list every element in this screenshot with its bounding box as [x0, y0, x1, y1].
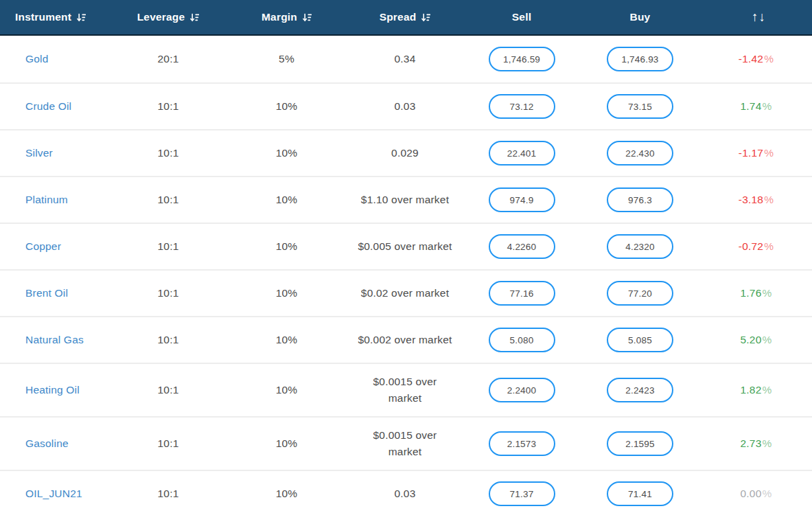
buy-button[interactable]: 976.3 — [607, 187, 673, 212]
instrument-link[interactable]: Silver — [25, 147, 53, 159]
table-row: Gasoline 10:1 10% $0.0015 over market 2.… — [0, 416, 812, 470]
buy-cell: 77.20 — [580, 281, 700, 306]
instrument-link[interactable]: Brent Oil — [25, 287, 68, 299]
buy-button[interactable]: 1,746.93 — [607, 47, 673, 71]
sort-icon — [303, 13, 312, 22]
change-percent-sign: % — [764, 53, 774, 65]
instrument-link[interactable]: Crude Oil — [25, 100, 71, 113]
leverage-cell: 10:1 — [110, 194, 227, 206]
column-header-buy: Buy — [580, 0, 700, 34]
sell-button[interactable]: 22.401 — [489, 141, 555, 166]
sell-button[interactable]: 1,746.59 — [489, 47, 555, 71]
change-percent-sign: % — [762, 334, 772, 346]
buy-cell: 1,746.93 — [580, 47, 700, 71]
spread-value: 0.03 — [395, 98, 416, 115]
change-cell: 0.00 % — [700, 488, 812, 500]
buy-button[interactable]: 5.085 — [607, 328, 673, 352]
leverage-cell: 10:1 — [110, 334, 227, 346]
sell-button[interactable]: 2.2400 — [489, 378, 555, 402]
buy-cell: 22.430 — [580, 141, 700, 166]
spread-cell: 0.03 — [347, 98, 463, 115]
buy-button[interactable]: 77.20 — [607, 281, 673, 306]
change-value: 0.00 — [741, 488, 762, 500]
leverage-cell: 10:1 — [110, 147, 227, 159]
buy-button[interactable]: 2.1595 — [607, 431, 673, 456]
leverage-cell: 10:1 — [110, 384, 227, 396]
sell-cell: 2.2400 — [463, 378, 580, 402]
instrument-cell: Natural Gas — [0, 334, 110, 346]
change-cell: -1.17 % — [700, 147, 812, 159]
margin-cell: 10% — [227, 384, 347, 396]
margin-cell: 10% — [227, 488, 347, 500]
change-percent-sign: % — [762, 437, 772, 450]
instrument-cell: Heating Oil — [0, 384, 110, 396]
sell-button[interactable]: 71.37 — [489, 481, 555, 506]
sell-button[interactable]: 2.1573 — [489, 431, 555, 456]
margin-cell: 10% — [227, 437, 347, 450]
buy-button[interactable]: 22.430 — [607, 141, 673, 166]
buy-button[interactable]: 71.41 — [607, 481, 673, 506]
instrument-link[interactable]: Copper — [25, 240, 61, 253]
instrument-link[interactable]: OIL_JUN21 — [25, 488, 82, 500]
change-percent-sign: % — [762, 287, 772, 299]
change-percent-sign: % — [764, 240, 774, 253]
spread-cell: 0.029 — [347, 145, 463, 161]
table-row: OIL_JUN21 10:1 10% 0.03 71.37 71.41 0.00… — [0, 470, 812, 513]
instrument-link[interactable]: Gold — [25, 53, 49, 65]
change-percent-sign: % — [764, 194, 774, 206]
change-value: 2.73 — [741, 437, 762, 450]
column-header-margin[interactable]: Margin — [227, 0, 347, 34]
margin-cell: 10% — [227, 287, 347, 299]
spread-value: $1.10 over market — [361, 192, 449, 208]
change-percent-sign: % — [762, 384, 772, 396]
sell-cell: 4.2260 — [463, 234, 580, 259]
instrument-cell: OIL_JUN21 — [0, 488, 110, 500]
spread-cell: 0.03 — [347, 486, 463, 502]
instrument-link[interactable]: Heating Oil — [25, 384, 80, 396]
instrument-link[interactable]: Natural Gas — [25, 334, 84, 346]
spread-value: 0.34 — [395, 51, 416, 67]
instruments-table: Instrument Leverage Margin — [0, 0, 812, 513]
column-header-label: Margin — [262, 11, 297, 23]
spread-cell: $0.002 over market — [347, 332, 463, 348]
buy-button[interactable]: 2.2423 — [607, 378, 673, 402]
column-header-leverage[interactable]: Leverage — [110, 0, 227, 34]
spread-value: $0.0015 over market — [373, 427, 437, 460]
spread-value: 0.029 — [391, 145, 419, 161]
buy-button[interactable]: 4.2320 — [607, 234, 673, 259]
instrument-link[interactable]: Platinum — [25, 194, 68, 206]
leverage-cell: 10:1 — [110, 100, 227, 113]
column-header-sell: Sell — [463, 0, 580, 34]
change-cell: 1.74 % — [700, 100, 812, 113]
spread-cell: $0.02 over market — [347, 285, 463, 301]
column-header-spread[interactable]: Spread — [347, 0, 463, 34]
column-header-label: Buy — [630, 11, 651, 23]
spread-value: 0.03 — [395, 486, 416, 502]
sell-cell: 974.9 — [463, 187, 580, 212]
sell-button[interactable]: 4.2260 — [489, 234, 555, 259]
column-header-label: Spread — [380, 11, 417, 23]
sell-button[interactable]: 77.16 — [489, 281, 555, 306]
sort-icon — [77, 13, 86, 22]
instrument-cell: Crude Oil — [0, 100, 110, 113]
instrument-link[interactable]: Gasoline — [25, 437, 69, 450]
buy-button[interactable]: 73.15 — [607, 94, 673, 119]
change-value: -3.18 — [739, 194, 763, 206]
sell-button[interactable]: 73.12 — [489, 94, 555, 119]
change-cell: -1.42 % — [700, 53, 812, 65]
leverage-cell: 20:1 — [110, 53, 227, 65]
spread-value: $0.0015 over market — [373, 374, 437, 407]
sell-button[interactable]: 5.080 — [489, 328, 555, 352]
buy-cell: 2.1595 — [580, 431, 700, 456]
column-header-instrument[interactable]: Instrument — [0, 0, 110, 34]
margin-cell: 10% — [227, 240, 347, 253]
change-percent-sign: % — [762, 488, 772, 500]
change-value: -1.17 — [739, 147, 763, 159]
change-value: 5.20 — [741, 334, 762, 346]
buy-cell: 5.085 — [580, 328, 700, 352]
change-cell: 1.82 % — [700, 384, 812, 396]
change-value: 1.74 — [741, 100, 762, 113]
instrument-cell: Silver — [0, 147, 110, 159]
sell-button[interactable]: 974.9 — [489, 187, 555, 212]
leverage-cell: 10:1 — [110, 287, 227, 299]
